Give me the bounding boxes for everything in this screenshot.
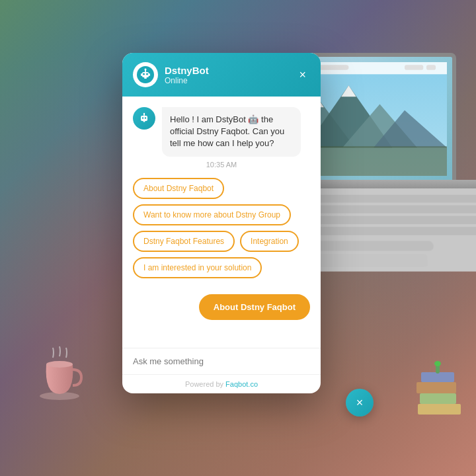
svg-point-28 bbox=[434, 361, 441, 366]
selected-reply-area: About Dstny Faqbot bbox=[133, 289, 310, 320]
chat-input[interactable] bbox=[133, 356, 310, 366]
svg-rect-26 bbox=[421, 372, 454, 382]
svg-point-22 bbox=[46, 361, 73, 368]
bot-status: Online bbox=[165, 76, 288, 85]
quick-replies-container: About Dstny Faqbot Want to know more abo… bbox=[133, 178, 310, 278]
chat-input-area bbox=[122, 348, 321, 374]
svg-rect-38 bbox=[141, 116, 147, 121]
svg-rect-33 bbox=[144, 77, 147, 79]
coffee-cup-area bbox=[36, 344, 83, 403]
svg-rect-37 bbox=[149, 73, 150, 76]
bot-message-text: Hello ! I am DstyBot 🤖 the official Dstn… bbox=[162, 107, 301, 157]
header-info: DstnyBot Online bbox=[165, 65, 288, 85]
chat-header: DstnyBot Online × bbox=[122, 53, 321, 97]
svg-rect-12 bbox=[405, 65, 423, 70]
bot-message-row: Hello ! I am DstyBot 🤖 the official Dstn… bbox=[133, 107, 310, 157]
quick-reply-row-0: About Dstny Faqbot bbox=[133, 178, 310, 199]
svg-rect-24 bbox=[420, 393, 456, 404]
quick-reply-row-1: Want to know more about Dstny Group bbox=[133, 204, 310, 225]
fab-close-button[interactable]: × bbox=[346, 389, 374, 416]
bot-avatar bbox=[133, 62, 158, 87]
books-stack bbox=[415, 358, 464, 426]
selected-reply-button[interactable]: About Dstny Faqbot bbox=[199, 294, 310, 320]
message-bot-avatar bbox=[133, 107, 155, 130]
chat-footer: Powered by Faqbot.co bbox=[122, 374, 321, 393]
quick-reply-about-faqbot[interactable]: About Dstny Faqbot bbox=[133, 178, 224, 199]
svg-point-31 bbox=[143, 73, 145, 75]
faqbot-link[interactable]: Faqbot.co bbox=[225, 380, 258, 388]
quick-reply-integration[interactable]: Integration bbox=[240, 231, 299, 252]
svg-rect-25 bbox=[416, 382, 456, 393]
svg-point-43 bbox=[143, 113, 145, 114]
quick-reply-dstny-group[interactable]: Want to know more about Dstny Group bbox=[133, 204, 291, 225]
chat-body: Hello ! I am DstyBot 🤖 the official Dstn… bbox=[122, 97, 321, 348]
message-timestamp: 10:35 AM bbox=[133, 161, 310, 169]
svg-point-32 bbox=[146, 73, 148, 75]
svg-rect-36 bbox=[141, 73, 142, 76]
svg-rect-41 bbox=[143, 121, 145, 122]
svg-point-35 bbox=[145, 69, 147, 71]
svg-rect-13 bbox=[426, 65, 436, 70]
bot-name: DstnyBot bbox=[165, 65, 288, 76]
quick-reply-row-3: I am interested in your solution bbox=[133, 257, 310, 278]
chat-widget: DstnyBot Online × Hello ! I am DstyBot 🤖… bbox=[122, 53, 321, 393]
quick-reply-features[interactable]: Dstny Faqbot Features bbox=[133, 231, 235, 252]
quick-reply-row-2: Dstny Faqbot Features Integration bbox=[133, 231, 310, 252]
svg-point-39 bbox=[142, 117, 143, 118]
quick-reply-interested[interactable]: I am interested in your solution bbox=[133, 257, 262, 278]
svg-point-40 bbox=[145, 117, 146, 118]
close-button[interactable]: × bbox=[295, 67, 310, 82]
footer-text: Powered by bbox=[185, 380, 225, 388]
fab-close-icon: × bbox=[356, 396, 364, 410]
svg-rect-23 bbox=[418, 404, 461, 415]
